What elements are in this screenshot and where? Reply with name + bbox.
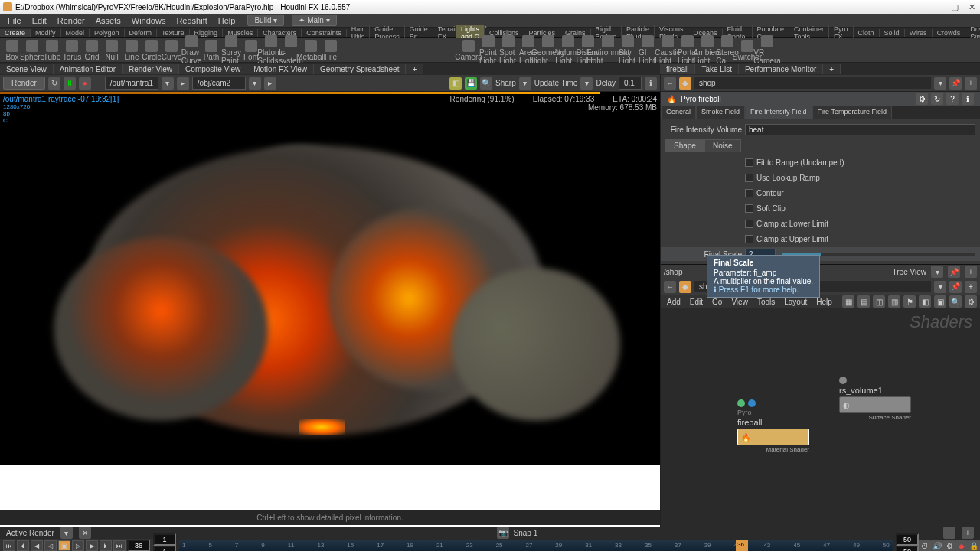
chevron-down-icon[interactable]: ▾ xyxy=(934,281,946,293)
net-icon[interactable]: ◫ xyxy=(873,295,885,308)
menu-redshift[interactable]: Redshift xyxy=(172,15,211,26)
timeline-playhead[interactable]: 36 xyxy=(736,540,748,551)
reload-params-icon[interactable]: ↻ xyxy=(931,93,943,105)
fire-intensity-volume-input[interactable] xyxy=(745,124,975,135)
lock-icon[interactable] xyxy=(839,377,847,384)
tool-ambientlight[interactable]: Ambient Light xyxy=(698,35,717,65)
sub-tab-shape[interactable]: Shape xyxy=(665,139,704,152)
range-start-field[interactable] xyxy=(153,546,176,551)
prev-keyframe-button[interactable]: ⏴ xyxy=(17,540,29,551)
net-icon[interactable]: ▣ xyxy=(934,295,946,308)
param-tab-general[interactable]: General xyxy=(661,106,696,119)
net-icon[interactable]: ⚙ xyxy=(965,295,977,308)
tab-performance-monitor[interactable]: Performance Monitor xyxy=(739,64,823,74)
radial-main-button[interactable]: ✦ Main ▾ xyxy=(292,15,336,26)
shelf-tab[interactable]: Modify xyxy=(31,29,61,37)
play-forward-button[interactable]: ▷ xyxy=(72,540,84,551)
tool-spotlight[interactable]: Spot Light xyxy=(499,35,518,65)
tab-motion-fx[interactable]: Motion FX View xyxy=(247,64,314,74)
tab-composite-view[interactable]: Composite View xyxy=(179,64,247,74)
audio-icon[interactable]: 🔊 xyxy=(931,540,943,551)
shelf-tab[interactable]: Constraints xyxy=(302,29,347,37)
net-menu-edit[interactable]: Edit xyxy=(687,298,706,306)
plus-icon[interactable]: + xyxy=(962,527,974,539)
shelf-tab[interactable]: Deform xyxy=(125,29,158,37)
range-end-field[interactable] xyxy=(896,546,919,551)
current-frame-field[interactable] xyxy=(127,540,150,551)
minimize-button[interactable]: — xyxy=(933,2,943,12)
checkbox-clamp-upper[interactable] xyxy=(745,235,753,243)
shelf-tab[interactable]: Model xyxy=(61,29,90,37)
plus-icon[interactable]: + xyxy=(965,77,977,90)
shelf-tab[interactable]: Create xyxy=(0,29,31,37)
param-tab-fire-intensity[interactable]: Fire Intensity Field xyxy=(745,106,812,119)
minus-icon[interactable]: − xyxy=(943,527,956,539)
node-rs-volume1[interactable]: rs_volume1 ◐ Surface Shader xyxy=(839,377,911,421)
save-render-icon[interactable]: 💾 xyxy=(465,77,477,90)
next-keyframe-button[interactable]: ⏵ xyxy=(100,540,112,551)
net-menu-help[interactable]: Help xyxy=(813,298,835,306)
render-view[interactable]: /out/mantra1[raytrace]-07:19:32[1] 1280x… xyxy=(0,92,660,527)
net-menu-add[interactable]: Add xyxy=(664,298,684,306)
realtime-icon[interactable]: ⏱ xyxy=(919,540,931,551)
plus-icon[interactable]: + xyxy=(965,281,977,293)
node-fireball[interactable]: Pyro fireball 🔥 Material Shader xyxy=(737,399,809,453)
menu-windows[interactable]: Windows xyxy=(127,15,171,26)
tool-metaball[interactable]: Metaball xyxy=(302,40,320,61)
tool-camera[interactable]: Camera xyxy=(459,40,478,61)
chevron-down-icon[interactable]: ▾ xyxy=(60,527,73,539)
first-frame-button[interactable]: ⏮ xyxy=(3,540,15,551)
tool-envlight[interactable]: Environment Light xyxy=(599,35,617,65)
param-tab-smoke[interactable]: Smoke Field xyxy=(696,106,745,119)
chevron-down-icon[interactable]: ▾ xyxy=(162,77,174,90)
tool-platonic[interactable]: Platonic Solids xyxy=(262,35,280,65)
shelf-tab[interactable]: Wires xyxy=(905,29,933,37)
network-canvas[interactable]: Shaders rs_volume1 ◐ Surface Shader Pyro… xyxy=(661,308,980,527)
play-backward-button[interactable]: ◁ xyxy=(44,540,57,551)
back-icon[interactable]: ← xyxy=(664,77,676,90)
shelf-tab[interactable]: Solid xyxy=(880,29,905,37)
tool-causticlight[interactable]: Caustic Light xyxy=(658,35,677,65)
camera-icon[interactable]: 📷 xyxy=(497,527,509,539)
pin-icon[interactable]: 📌 xyxy=(949,281,962,293)
desktop-build-button[interactable]: Build ▾ xyxy=(247,15,284,26)
help-icon[interactable]: ? xyxy=(946,93,959,105)
timeline-track[interactable]: 1579111315171921232527293133353739414345… xyxy=(179,540,893,551)
shelf-tab[interactable]: Crowds xyxy=(933,29,966,37)
global-anim-icon[interactable]: ⚙ xyxy=(943,540,956,551)
checkbox-lookup-ramp[interactable] xyxy=(745,174,753,182)
pause-icon[interactable]: ⏸ xyxy=(64,77,76,90)
chevron-down-icon[interactable]: ▾ xyxy=(931,266,943,278)
play-button[interactable]: ▣ xyxy=(58,540,70,551)
tool-grid[interactable]: Grid xyxy=(83,40,101,61)
menu-edit[interactable]: Edit xyxy=(28,15,51,26)
timeline[interactable]: 1579111315171921232527293133353739414345… xyxy=(153,539,980,551)
plus-icon[interactable]: + xyxy=(965,266,977,278)
menu-help[interactable]: Help xyxy=(214,15,240,26)
tool-pointlight[interactable]: Point Light xyxy=(479,35,498,65)
pin-icon[interactable]: 📌 xyxy=(949,77,962,90)
rop-path-field[interactable]: /out/mantra1 xyxy=(105,77,158,90)
tool-null[interactable]: Null xyxy=(103,40,121,61)
net-menu-view[interactable]: View xyxy=(728,298,751,306)
start-frame-field[interactable] xyxy=(153,533,176,546)
checkbox-soft-clip[interactable] xyxy=(745,204,753,213)
houdini-icon[interactable]: ◆ xyxy=(679,77,691,90)
net-icon[interactable]: ◧ xyxy=(919,295,931,308)
step-back-button[interactable]: ◀ xyxy=(31,540,43,551)
tab-animation-editor[interactable]: Animation Editor xyxy=(54,64,122,74)
param-context-path[interactable]: shop xyxy=(694,77,931,89)
checkbox-fit-range[interactable] xyxy=(745,158,753,167)
tool-volumelight[interactable]: Volume Light xyxy=(559,35,577,65)
tab-add[interactable]: + xyxy=(406,64,423,74)
goto-rop-icon[interactable]: ▸ xyxy=(177,77,189,90)
last-frame-button[interactable]: ⏭ xyxy=(113,540,126,551)
tool-spraypaint[interactable]: Spray Paint xyxy=(222,35,240,65)
tree-view-label[interactable]: Tree View xyxy=(893,268,926,276)
end-frame-field[interactable] xyxy=(896,533,919,546)
tab-scene-view[interactable]: Scene View xyxy=(0,64,54,74)
net-icon[interactable]: 🔍 xyxy=(949,295,962,308)
chevron-down-icon[interactable]: ▾ xyxy=(580,77,593,90)
net-icon[interactable]: ▤ xyxy=(858,295,870,308)
lock-icon[interactable]: 🔒 xyxy=(968,540,980,551)
